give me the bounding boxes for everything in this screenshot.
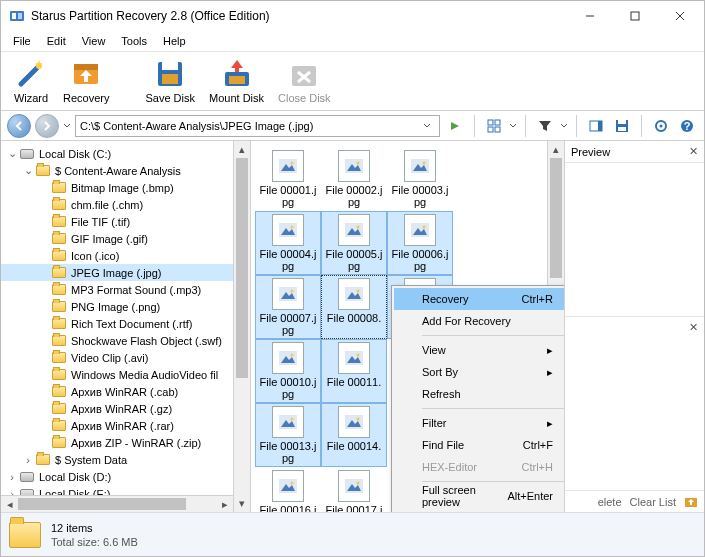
tree-item[interactable]: Архив WinRAR (.gz) [1,400,250,417]
window-title: Starus Partition Recovery 2.8 (Office Ed… [31,9,567,23]
tree-item[interactable]: PNG Image (.png) [1,298,250,315]
go-button[interactable] [444,115,466,137]
file-item[interactable]: File 00004.jpg [255,211,321,275]
tree-item-system-data[interactable]: ›$ System Data [1,451,250,468]
tree-item[interactable]: Windows Media AudioVideo fil [1,366,250,383]
tree-item[interactable]: Icon (.ico) [1,247,250,264]
menu-help[interactable]: Help [155,33,194,49]
file-item[interactable]: File 00003.jpg [387,147,453,211]
scroll-up-icon[interactable]: ▴ [234,141,250,158]
clear-list-link[interactable]: Clear List [630,496,676,508]
expand-icon[interactable]: ⌄ [21,164,35,177]
recover-all-icon[interactable] [684,495,698,509]
save-button[interactable] [611,115,633,137]
view-mode-dropdown-icon[interactable] [509,122,517,130]
menu-tools[interactable]: Tools [113,33,155,49]
file-item[interactable]: File 00008. [321,275,387,339]
folder-tree: ⌄Local Disk (C:)⌄$ Content-Aware Analysi… [1,141,251,512]
menu-item[interactable]: Refresh [394,383,564,405]
menu-item[interactable]: Filter▸ [394,412,564,434]
file-item[interactable]: File 00017.jpg [321,467,387,512]
scroll-down-icon[interactable]: ▾ [234,495,250,512]
menu-item[interactable]: Find FileCtrl+F [394,434,564,456]
tree-item[interactable]: Архив WinRAR (.rar) [1,417,250,434]
image-icon [338,470,370,502]
file-item[interactable]: File 00001.jpg [255,147,321,211]
menu-view[interactable]: View [74,33,114,49]
address-field[interactable] [75,115,440,137]
file-item[interactable]: File 00011. [321,339,387,403]
file-item[interactable]: File 00005.jpg [321,211,387,275]
menu-item[interactable]: Properties [394,507,564,512]
tree-item-content-aware[interactable]: ⌄$ Content-Aware Analysis [1,162,250,179]
file-item[interactable]: File 00006.jpg [387,211,453,275]
options-button[interactable] [650,115,672,137]
file-item[interactable]: File 00007.jpg [255,275,321,339]
folder-icon [51,282,67,298]
folder-icon [51,435,67,451]
nav-history-dropdown-icon[interactable] [63,122,71,130]
maximize-button[interactable] [612,2,657,30]
scroll-up-icon[interactable]: ▴ [548,141,564,158]
scroll-thumb[interactable] [550,158,562,278]
preview-panel-button[interactable] [585,115,607,137]
recovery-button[interactable]: Recovery [57,54,115,108]
file-item[interactable]: File 00010.jpg [255,339,321,403]
file-item[interactable]: File 00002.jpg [321,147,387,211]
address-input[interactable] [80,120,419,132]
minimize-button[interactable] [567,2,612,30]
tree-item[interactable]: Архив ZIP - WinRAR (.zip) [1,434,250,451]
mount-disk-button[interactable]: Mount Disk [203,54,270,108]
tree-scrollbar[interactable]: ▴ ▾ [233,141,250,512]
menu-file[interactable]: File [5,33,39,49]
help-button[interactable]: ? [676,115,698,137]
tree-item[interactable]: File TIF (.tif) [1,213,250,230]
hscroll-thumb[interactable] [18,498,186,510]
tree-item[interactable]: Архив WinRAR (.cab) [1,383,250,400]
tree-item[interactable]: Rich Text Document (.rtf) [1,315,250,332]
tree-item[interactable]: Bitmap Image (.bmp) [1,179,250,196]
save-disk-button[interactable]: Save Disk [139,54,201,108]
scroll-left-icon[interactable]: ◂ [1,498,18,511]
expand-icon[interactable]: › [21,454,35,466]
tree-item[interactable]: MP3 Format Sound (.mp3) [1,281,250,298]
view-mode-button[interactable] [483,115,505,137]
filter-button[interactable] [534,115,556,137]
file-item[interactable]: File 00013.jpg [255,403,321,467]
file-item[interactable]: File 00014. [321,403,387,467]
delete-link[interactable]: elete [598,496,622,508]
wizard-button[interactable]: Wizard [7,54,55,108]
file-label: File 00010.jpg [258,376,318,400]
menu-item[interactable]: RecoveryCtrl+R [394,288,564,310]
menu-item[interactable]: Sort By▸ [394,361,564,383]
address-dropdown-icon[interactable] [419,122,435,130]
svg-point-40 [423,162,426,165]
scroll-thumb[interactable] [236,158,248,378]
menu-item[interactable]: View▸ [394,339,564,361]
filter-dropdown-icon[interactable] [560,122,568,130]
tree-item[interactable]: chm.file (.chm) [1,196,250,213]
nav-forward-button[interactable] [35,114,59,138]
preview-panel: Preview ✕ ✕ elete Clear List [564,141,704,512]
nav-back-button[interactable] [7,114,31,138]
scroll-right-icon[interactable]: ▸ [216,498,233,511]
recovery-list-close-button[interactable]: ✕ [689,321,698,334]
expand-icon[interactable]: › [5,471,19,483]
close-disk-button[interactable]: Close Disk [272,54,337,108]
recovery-icon [70,58,102,90]
menu-edit[interactable]: Edit [39,33,74,49]
tree-item[interactable]: GIF Image (.gif) [1,230,250,247]
tree-item[interactable]: Video Clip (.avi) [1,349,250,366]
file-item[interactable]: File 00016.jpg [255,467,321,512]
tree-hscrollbar[interactable]: ◂ ▸ [1,495,233,512]
tree-item-label: chm.file (.chm) [71,199,143,211]
tree-item[interactable]: JPEG Image (.jpg) [1,264,250,281]
menu-item[interactable]: Full screen previewAlt+Enter [394,485,564,507]
expand-icon[interactable]: ⌄ [5,147,19,160]
preview-close-button[interactable]: ✕ [689,145,698,158]
tree-item-local-disk-c[interactable]: ⌄Local Disk (C:) [1,145,250,162]
tree-item-local-disk-d[interactable]: ›Local Disk (D:) [1,468,250,485]
tree-item[interactable]: Shockwave Flash Object (.swf) [1,332,250,349]
menu-item[interactable]: Add For Recovery [394,310,564,332]
close-button[interactable] [657,2,702,30]
